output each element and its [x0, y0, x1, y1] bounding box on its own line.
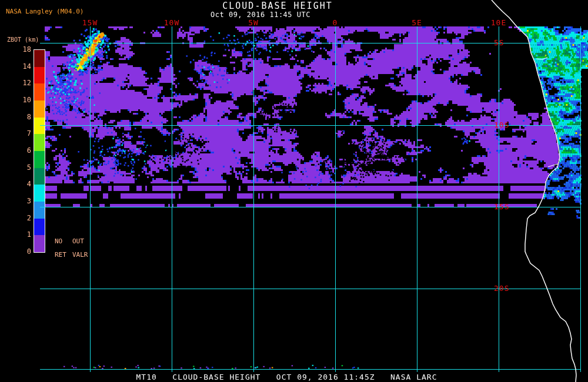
page-title: CLOUD-BASE HEIGHT: [0, 1, 555, 11]
lat-label-15S: 15S: [494, 203, 509, 211]
status-bar: MT10 CLOUD-BASE HEIGHT OCT 09, 2016 11:4…: [0, 373, 573, 381]
colorbar-tick-18: 18: [13, 45, 31, 53]
colorbar-annotation-out: OUT: [72, 237, 84, 245]
colorbar-segment-5: [34, 134, 45, 151]
colorbar-annotation-ret: RET: [55, 251, 66, 259]
colorbar-tick-8: 8: [13, 113, 31, 121]
colorbar-segment-3: [34, 100, 45, 118]
colorbar-title: ZBOT (km): [7, 36, 39, 43]
gridline-over-colorbar: [40, 125, 45, 126]
colorbar-annotation-no: NO: [55, 237, 62, 245]
lon-label-5E: 5E: [412, 18, 422, 27]
colorbar-segment-1: [34, 67, 45, 84]
cloud-base-height-product: NASA Langley (M04.0) CLOUD-BASE HEIGHT O…: [0, 0, 588, 382]
colorbar-segment-2: [34, 83, 45, 100]
lon-label-10E: 10E: [491, 18, 506, 27]
colorbar-tick-7: 7: [13, 129, 31, 138]
lon-label-10W: 10W: [164, 18, 179, 27]
lon-label-5W: 5W: [248, 18, 259, 27]
colorbar-tick-4: 4: [13, 180, 31, 188]
colorbar-tick-2: 2: [13, 214, 31, 222]
colorbar-tick-6: 6: [13, 146, 31, 155]
colorbar-segment-9: [34, 202, 45, 219]
colorbar-segment-7: [34, 168, 45, 185]
map-canvas: [0, 0, 588, 382]
lat-label-10S: 10S: [494, 121, 509, 129]
colorbar-annotation-valr: VALR: [72, 251, 88, 259]
colorbar-tick-10: 10: [13, 96, 31, 104]
lat-label-5S: 5S: [494, 39, 505, 47]
colorbar-tick-3: 3: [13, 197, 31, 205]
colorbar-tick-0: 0: [13, 247, 31, 256]
lon-label-0: 0: [333, 18, 338, 27]
datetime-label: Oct 09, 2016 11:45 UTC: [0, 11, 521, 19]
lon-label-15W: 15W: [82, 18, 98, 27]
gridline-over-colorbar: [40, 207, 45, 207]
colorbar-segment-10: [34, 219, 45, 236]
colorbar-segment-8: [34, 185, 45, 202]
colorbar-tick-1: 1: [13, 230, 31, 239]
colorbar-tick-12: 12: [13, 79, 31, 87]
colorbar-segment-0: [34, 50, 45, 67]
colorbar-segment-6: [34, 151, 45, 168]
lat-label-20S: 20S: [494, 284, 509, 293]
colorbar-segment-11: [34, 235, 45, 252]
colorbar-tick-5: 5: [13, 163, 31, 172]
colorbar-tick-14: 14: [13, 62, 31, 71]
colorbar: [34, 49, 45, 253]
